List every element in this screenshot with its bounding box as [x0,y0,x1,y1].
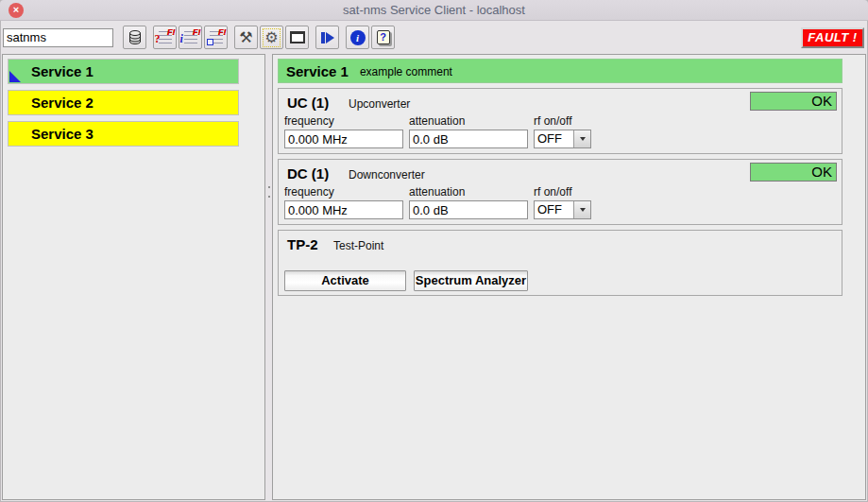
help-button[interactable]: ? [371,26,395,49]
content-area: Service 1 Service 2 Service 3 Service 1 … [0,54,868,502]
gear-icon: ⚙ [264,30,278,45]
sidebar-item-service-3[interactable]: Service 3 [8,121,239,147]
section-subtitle: Downconverter [349,168,425,182]
step-button[interactable] [315,26,339,49]
window-view-button[interactable] [285,26,309,49]
frequency-input[interactable] [284,200,403,219]
frequency-field: frequency [284,114,403,148]
rf-onoff-select[interactable]: OFF [534,130,591,148]
section-subtitle: Upconverter [349,97,410,111]
fault-query-icon: ? F! [159,31,172,43]
attenuation-label: attenuation [409,114,528,128]
spectrum-analyzer-button[interactable]: Spectrum Analyzer [414,270,528,291]
window-title: sat-nms Service Client - localhost [0,0,868,21]
service-list-panel: Service 1 Service 2 Service 3 [2,54,265,500]
activate-button[interactable]: Activate [284,270,406,291]
rf-onoff-label: rf on/off [534,185,591,199]
attenuation-input[interactable] [409,130,528,148]
rf-onoff-field: rf on/off OFF [534,114,591,148]
frequency-field: frequency [284,185,403,219]
service-header-title: Service 1 [286,63,349,79]
attenuation-input[interactable] [409,200,528,219]
database-icon [128,29,143,45]
service-detail-panel: Service 1 example comment UC (1) Upconve… [272,54,866,500]
service-header-comment: example comment [360,63,452,78]
testpoint-actions: Activate Spectrum Analyzer [284,270,528,291]
toolbar: ? F! i F! F! ⚒ ⚙ [0,21,868,54]
service-header: Service 1 example comment [278,59,842,83]
section-title: DC (1) [287,165,329,182]
combo-value: OFF [535,130,573,147]
frequency-label: frequency [284,114,403,128]
attenuation-label: attenuation [409,185,528,199]
filter-input[interactable] [3,28,113,47]
fault-query-button[interactable]: ? F! [153,26,177,49]
section-downconverter: DC (1) Downconverter OK frequency attenu… [278,159,842,225]
rf-onoff-field: rf on/off OFF [534,185,591,219]
section-title: TP-2 [287,236,318,252]
app-window: × sat-nms Service Client - localhost ? F… [0,0,868,502]
tools-icon: ⚒ [239,30,252,45]
selected-marker [9,71,21,82]
titlebar: × sat-nms Service Client - localhost [0,0,868,21]
section-testpoint: TP-2 Test-Point Activate Spectrum Analyz… [278,230,842,296]
rf-onoff-select[interactable]: OFF [534,200,591,219]
window-icon [290,31,305,43]
attenuation-field: attenuation [409,114,528,148]
service-label: Service 3 [31,126,94,142]
rf-onoff-label: rf on/off [534,114,591,128]
chevron-down-icon [580,137,586,141]
sidebar-item-service-1[interactable]: Service 1 [8,59,239,84]
section-subtitle: Test-Point [333,239,383,252]
service-label: Service 2 [31,95,94,111]
attenuation-field: attenuation [409,185,528,219]
section-upconverter: UC (1) Upconverter OK frequency attenuat… [278,88,842,154]
fault-indicator: FAULT ! [801,27,864,48]
status-badge: OK [750,163,837,182]
frequency-input[interactable] [284,130,403,148]
database-button[interactable] [123,26,146,49]
fault-frame-button[interactable]: F! [204,26,228,49]
frequency-label: frequency [284,185,403,199]
section-title: UC (1) [287,95,329,111]
service-list: Service 1 Service 2 Service 3 [3,55,264,147]
step-icon [321,32,334,43]
info-icon: i [350,30,366,45]
fault-list-icon: i F! [184,31,197,43]
status-badge: OK [750,92,837,111]
fault-list-button[interactable]: i F! [179,26,202,49]
tools-button[interactable]: ⚒ [234,26,258,49]
service-label: Service 1 [31,63,94,79]
info-button[interactable]: i [346,26,369,49]
chevron-down-icon [580,208,586,212]
sidebar-item-service-2[interactable]: Service 2 [8,90,239,115]
combo-dropdown-button[interactable] [573,201,590,218]
combo-value: OFF [535,201,573,218]
fault-frame-icon: F! [210,31,223,43]
settings-button[interactable]: ⚙ [260,26,283,49]
help-icon: ? [377,30,390,44]
combo-dropdown-button[interactable] [573,130,590,147]
